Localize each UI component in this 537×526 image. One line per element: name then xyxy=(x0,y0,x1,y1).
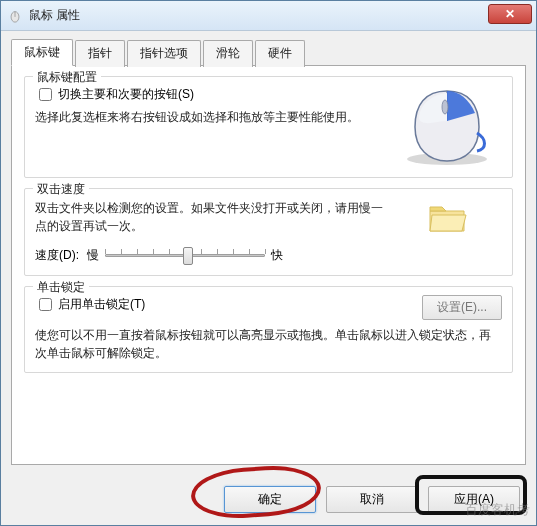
speed-label: 速度(D): xyxy=(35,247,79,264)
group-clicklock-legend: 单击锁定 xyxy=(33,279,89,296)
clicklock-label[interactable]: 启用单击锁定(T) xyxy=(58,296,145,313)
clicklock-settings-button[interactable]: 设置(E)... xyxy=(422,295,502,320)
clicklock-checkbox[interactable] xyxy=(39,298,52,311)
swap-buttons-checkbox[interactable] xyxy=(39,88,52,101)
speed-slow-label: 慢 xyxy=(87,247,99,264)
slider-thumb[interactable] xyxy=(183,247,193,265)
svg-point-2 xyxy=(442,100,448,114)
client-area: 鼠标键 指针 指针选项 滑轮 硬件 鼠标键配置 切换主要和次要的按钮(S) 选择… xyxy=(1,31,536,475)
group-button-config: 鼠标键配置 切换主要和次要的按钮(S) 选择此复选框来将右按钮设成如选择和拖放等… xyxy=(24,76,513,178)
speed-fast-label: 快 xyxy=(271,247,283,264)
window-title: 鼠标 属性 xyxy=(29,7,80,24)
mouse-illustration-icon xyxy=(397,85,497,167)
tab-pointer-options[interactable]: 指针选项 xyxy=(127,40,201,67)
apply-button[interactable]: 应用(A) xyxy=(428,486,520,513)
tab-hardware[interactable]: 硬件 xyxy=(255,40,305,67)
group-button-config-legend: 鼠标键配置 xyxy=(33,69,101,86)
titlebar: 鼠标 属性 ✕ xyxy=(1,1,536,31)
folder-test-icon[interactable] xyxy=(426,197,468,239)
cancel-button[interactable]: 取消 xyxy=(326,486,418,513)
group-doubleclick-legend: 双击速度 xyxy=(33,181,89,198)
clicklock-desc: 使您可以不用一直按着鼠标按钮就可以高亮显示或拖拽。单击鼠标以进入锁定状态，再次单… xyxy=(35,326,502,362)
mouse-properties-dialog: 鼠标 属性 ✕ 鼠标键 指针 指针选项 滑轮 硬件 鼠标键配置 切换主要和次要的… xyxy=(0,0,537,526)
tab-panel-buttons: 鼠标键配置 切换主要和次要的按钮(S) 选择此复选框来将右按钮设成如选择和拖放等… xyxy=(11,65,526,465)
swap-buttons-desc: 选择此复选框来将右按钮设成如选择和拖放等主要性能使用。 xyxy=(35,108,384,126)
tab-wheel[interactable]: 滑轮 xyxy=(203,40,253,67)
doubleclick-speed-slider[interactable] xyxy=(105,245,265,265)
swap-buttons-label[interactable]: 切换主要和次要的按钮(S) xyxy=(58,86,194,103)
ok-button[interactable]: 确定 xyxy=(224,486,316,513)
mouse-icon xyxy=(7,8,23,24)
group-clicklock: 单击锁定 设置(E)... 启用单击锁定(T) 使您可以不用一直按着鼠标按钮就可… xyxy=(24,286,513,373)
tab-strip: 鼠标键 指针 指针选项 滑轮 硬件 xyxy=(11,39,526,66)
tab-pointers[interactable]: 指针 xyxy=(75,40,125,67)
dialog-footer: 确定 取消 应用(A) xyxy=(224,486,520,513)
close-button[interactable]: ✕ xyxy=(488,4,532,24)
group-doubleclick: 双击速度 双击文件夹以检测您的设置。如果文件夹没打开或关闭，请用慢一点的设置再试… xyxy=(24,188,513,276)
doubleclick-desc: 双击文件夹以检测您的设置。如果文件夹没打开或关闭，请用慢一点的设置再试一次。 xyxy=(35,199,384,235)
tab-buttons[interactable]: 鼠标键 xyxy=(11,39,73,66)
close-icon: ✕ xyxy=(505,7,515,21)
